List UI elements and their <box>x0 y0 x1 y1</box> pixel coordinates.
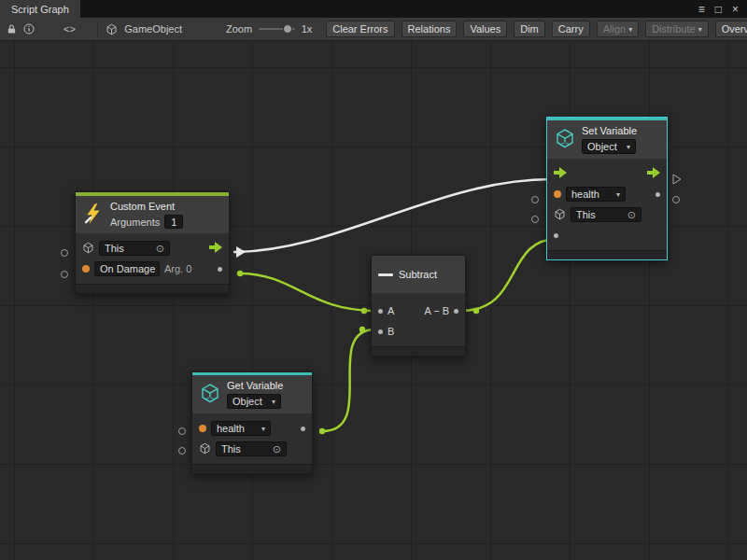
flow-wire-triangle-icon[interactable] <box>236 246 246 258</box>
zoom-slider[interactable] <box>259 28 294 30</box>
variable-port-icon[interactable] <box>554 190 561 198</box>
lock-icon[interactable] <box>7 23 17 35</box>
carry-label: Carry <box>558 23 584 35</box>
zoom-label: Zoom <box>226 23 252 35</box>
set-variable-header[interactable]: <> Set Variable Object ▾ <box>547 120 667 159</box>
wire-endpoint-dot[interactable] <box>319 428 325 434</box>
outer-port-circle[interactable] <box>179 448 186 455</box>
custom-event-icon <box>82 203 105 227</box>
result-label: A − B <box>424 305 449 316</box>
cube-icon <box>199 442 211 456</box>
info-icon[interactable] <box>23 23 35 35</box>
relations-button[interactable]: Relations <box>402 21 458 37</box>
variable-scope-dropdown[interactable]: Object ▾ <box>227 394 281 409</box>
values-button[interactable]: Values <box>463 21 507 37</box>
graph-canvas[interactable]: Custom Event Arguments 1 This ⊙ <box>0 41 747 560</box>
subtract-node[interactable]: Subtract A A − B B <box>371 255 466 357</box>
get-variable-header[interactable]: <> Get Variable Object ▾ <box>192 375 312 413</box>
wire-endpoint-dot[interactable] <box>237 271 243 276</box>
zoom-value: 1x <box>302 23 313 35</box>
outer-port-circle[interactable] <box>179 428 186 435</box>
outer-port-circle[interactable] <box>532 217 539 223</box>
node-footer <box>547 250 667 259</box>
tab-title: Script Graph <box>11 4 69 15</box>
subtract-header[interactable]: Subtract <box>372 256 465 293</box>
node-title: Set Variable <box>582 125 637 136</box>
variable-scope-dropdown[interactable]: Object ▾ <box>582 139 636 154</box>
event-name-label: On Damage <box>100 263 155 274</box>
zoom-slider-knob[interactable] <box>283 24 292 34</box>
this-target-field[interactable]: This ⊙ <box>99 241 170 256</box>
dim-button[interactable]: Dim <box>514 21 545 37</box>
outer-port-circle[interactable] <box>62 250 68 257</box>
carry-button[interactable]: Carry <box>552 21 590 37</box>
custom-event-header[interactable]: Custom Event Arguments 1 <box>76 196 229 233</box>
arg0-label: Arg. 0 <box>164 263 191 274</box>
variable-port-icon[interactable] <box>199 425 206 432</box>
outer-port-circle[interactable] <box>673 197 680 203</box>
set-variable-node[interactable]: <> Set Variable Object ▾ <box>546 117 668 260</box>
this-port-row: This ⊙ <box>76 238 229 259</box>
node-footer <box>372 346 465 356</box>
value-output-port[interactable] <box>655 192 660 197</box>
get-variable-node[interactable]: <> Get Variable Object ▾ health ▾ <box>191 371 313 474</box>
subtract-row-b: B <box>372 321 465 342</box>
variable-name-row: health ▾ <box>192 418 312 439</box>
set-variable-body: health ▾ This ⊙ <box>547 159 667 250</box>
new-value-input-port[interactable] <box>554 233 558 238</box>
target-picker-icon[interactable]: ⊙ <box>273 443 281 455</box>
wire-endpoint-dot[interactable] <box>359 327 365 332</box>
wire-getvariable-to-subtract-b[interactable] <box>322 329 375 431</box>
window-menu-icon[interactable]: ≡ <box>698 4 705 15</box>
wire-endpoint-dot[interactable] <box>361 308 367 314</box>
flow-output-arrow-icon[interactable] <box>209 242 222 255</box>
outer-flow-triangle-icon[interactable] <box>673 175 681 184</box>
flow-input-arrow-icon[interactable] <box>554 167 567 180</box>
window-tab-bar: Script Graph ≡ □ × <box>0 0 747 18</box>
clear-errors-button[interactable]: Clear Errors <box>326 21 394 37</box>
wire-subtract-to-setvariable-value[interactable] <box>461 239 557 311</box>
input-a-port[interactable] <box>378 309 383 314</box>
code-view-icon[interactable]: <> <box>63 23 76 35</box>
node-title: Custom Event <box>110 201 183 212</box>
distribute-label: Distribute <box>652 23 695 35</box>
variable-name-dropdown[interactable]: health ▾ <box>566 187 626 202</box>
custom-event-node[interactable]: Custom Event Arguments 1 This ⊙ <box>75 191 230 294</box>
input-b-port[interactable] <box>378 329 383 334</box>
value-output-port[interactable] <box>301 427 305 431</box>
gameobject-label[interactable]: GameObject <box>124 23 182 35</box>
graph-toolbar: <> GameObject Zoom 1x Clear Errors Relat… <box>0 18 747 41</box>
distribute-button[interactable]: Distribute ▾ <box>645 21 708 37</box>
values-label: Values <box>470 23 500 35</box>
overview-button[interactable]: Overv <box>715 21 747 37</box>
target-picker-icon[interactable]: ⊙ <box>627 209 636 221</box>
arg0-output-port[interactable] <box>218 267 222 272</box>
cube-icon <box>82 242 94 256</box>
tabbar-spacer <box>80 0 698 18</box>
variable-name-row: health ▾ <box>547 184 667 204</box>
svg-text:<>: <> <box>560 139 571 148</box>
clear-errors-label: Clear Errors <box>332 23 388 35</box>
this-target-field[interactable]: This ⊙ <box>216 441 287 456</box>
variable-name-dropdown[interactable]: health ▾ <box>211 421 271 436</box>
event-port-icon[interactable] <box>82 265 90 273</box>
wire-endpoint-dot[interactable] <box>473 308 479 314</box>
target-picker-icon[interactable]: ⊙ <box>156 243 164 255</box>
outer-port-circle[interactable] <box>62 272 68 278</box>
wire-flow-event-to-setvariable[interactable] <box>233 179 551 252</box>
chevron-down-icon: ▾ <box>627 143 630 151</box>
window-maximize-icon[interactable]: □ <box>715 4 722 15</box>
relations-label: Relations <box>408 23 451 35</box>
result-output-port[interactable] <box>454 309 458 314</box>
window-close-icon[interactable]: × <box>732 4 739 15</box>
outer-port-circle[interactable] <box>532 197 539 203</box>
flow-output-arrow-icon[interactable] <box>647 167 660 180</box>
variable-name-label: health <box>571 189 599 200</box>
event-name-field[interactable]: On Damage <box>94 261 160 276</box>
variable-cube-icon: <> <box>554 128 576 152</box>
tab-script-graph[interactable]: Script Graph <box>0 0 80 18</box>
wire-arg0-to-subtract-a[interactable] <box>240 273 375 311</box>
align-button[interactable]: Align ▾ <box>597 21 639 37</box>
this-target-field[interactable]: This ⊙ <box>571 207 641 222</box>
arguments-count-input[interactable]: 1 <box>164 215 183 229</box>
